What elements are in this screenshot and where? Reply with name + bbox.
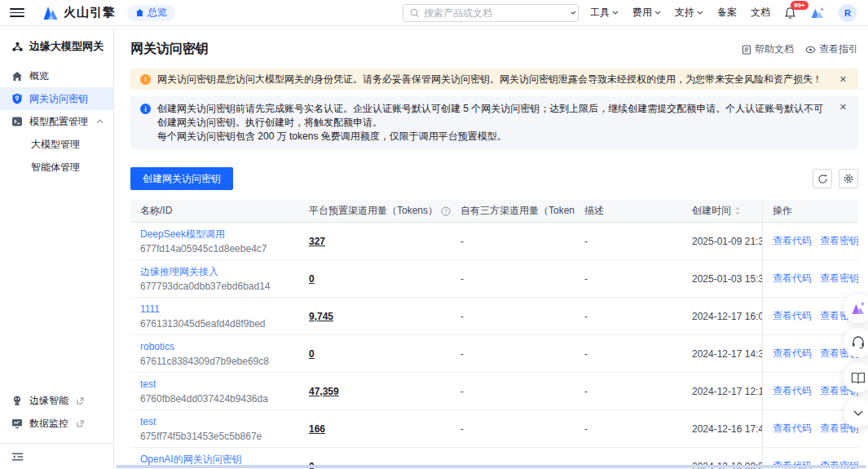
table-header-row: 名称/ID 平台预置渠道用量（Tokens） ? 自有三方渠道用量（Tokens…: [130, 200, 858, 223]
view-code-link[interactable]: 查看代码: [773, 384, 812, 398]
view-code-link[interactable]: 查看代码: [773, 234, 812, 248]
refresh-icon: [817, 174, 828, 184]
chevron-down-icon: [654, 11, 661, 15]
volcano-logo-icon: [42, 6, 59, 20]
sort-icon[interactable]: [734, 206, 741, 215]
column-header-created[interactable]: 创建时间: [682, 204, 762, 218]
topbar-menu-docs[interactable]: 文档: [751, 6, 770, 20]
key-id: 6761313045d5eafd4d8f9bed: [140, 317, 299, 330]
menu-label: 费用: [632, 6, 652, 20]
view-code-link[interactable]: 查看代码: [773, 272, 812, 285]
platform-tokens-value[interactable]: 0: [309, 348, 315, 360]
hamburger-menu-icon[interactable]: [10, 8, 24, 17]
topbar-menu-support[interactable]: 支持: [675, 6, 703, 20]
key-name-link[interactable]: DeepSeek模型调用: [140, 228, 299, 241]
platform-tokens-value[interactable]: 9,745: [309, 311, 333, 322]
view-code-link[interactable]: 查看代码: [773, 347, 812, 361]
key-name-link[interactable]: OpenAI的网关访问密钥: [140, 453, 299, 466]
notifications-button[interactable]: 99+: [784, 7, 796, 20]
platform-tokens-value[interactable]: 166: [309, 423, 325, 435]
overview-badge[interactable]: 总览: [127, 5, 175, 21]
brand-logo[interactable]: 火山引擎: [42, 5, 116, 20]
sidebar-item-access-keys[interactable]: 网关访问密钥: [0, 87, 113, 110]
platform-tokens-value[interactable]: 327: [309, 236, 325, 247]
platform-tokens-value[interactable]: 0: [309, 273, 315, 285]
topbar: 火山引擎 总览 企业 工具 费用 支持 备案: [0, 0, 868, 26]
third-party-tokens-cell: -: [451, 423, 575, 435]
sidebar-item-model-config[interactable]: 模型配置管理: [0, 110, 113, 133]
sidebar-item-label: 网关访问密钥: [29, 92, 88, 106]
info-banner: i 创建网关访问密钥前请先完成账号实名认证。企业认证账号默认可创建 5 个网关访…: [130, 96, 858, 149]
ai-assistant-button[interactable]: [844, 294, 868, 323]
view-guide-label: 查看指引: [819, 42, 858, 56]
sidebar-item-edge-intelligence[interactable]: 边缘智能: [0, 389, 113, 412]
warning-banner-text: 网关访问密钥是您访问大模型网关的身份凭证。请务必妥善保管网关访问密钥。网关访问密…: [157, 73, 831, 86]
key-name-link[interactable]: robotics: [140, 340, 299, 353]
key-id: 677793dca0dbb37ebd6bad14: [140, 280, 299, 293]
warning-icon: !: [140, 74, 151, 85]
sidebar-item-data-monitoring[interactable]: 数据监控: [0, 412, 113, 435]
user-avatar[interactable]: R: [839, 4, 857, 22]
horizontal-scrollbar[interactable]: [116, 465, 866, 468]
column-header-actions[interactable]: 操作: [762, 200, 858, 222]
page-header: 网关访问密钥 帮助文档 查看指引: [130, 41, 858, 58]
question-circle-icon[interactable]: ?: [441, 206, 451, 216]
sidebar-item-llm-management[interactable]: 大模型管理: [0, 133, 113, 156]
sidebar-item-agent-management[interactable]: 智能体管理: [0, 156, 113, 179]
column-header-label: 创建时间: [692, 204, 731, 218]
key-name-link[interactable]: 1111: [140, 303, 299, 316]
sidebar-item-label: 边缘智能: [29, 394, 68, 408]
column-settings-button[interactable]: [839, 169, 858, 188]
column-header-name[interactable]: 名称/ID: [130, 204, 299, 218]
third-party-tokens-cell: -: [451, 311, 575, 322]
sidebar-item-overview[interactable]: 概览: [0, 64, 113, 87]
column-header-platform-tokens[interactable]: 平台预置渠道用量（Tokens） ?: [299, 204, 451, 218]
create-access-key-button[interactable]: 创建网关访问密钥: [130, 167, 233, 190]
topbar-menu-tools[interactable]: 工具: [590, 6, 619, 20]
view-guide-link[interactable]: 查看指引: [805, 42, 858, 56]
topbar-menu-icp[interactable]: 备案: [717, 6, 737, 20]
close-icon[interactable]: ✕: [838, 102, 848, 113]
key-id: 67611c8384309d7b9ebe69c8: [140, 355, 299, 368]
platform-tokens-value[interactable]: 47,359: [309, 386, 339, 397]
view-code-link[interactable]: 查看代码: [773, 422, 812, 436]
customer-support-button[interactable]: [844, 328, 868, 357]
sidebar-collapse-button[interactable]: [0, 443, 113, 469]
collapse-widgets-button[interactable]: [844, 398, 868, 427]
sidebar-item-label: 智能体管理: [31, 161, 80, 175]
help-doc-link[interactable]: 帮助文档: [742, 42, 794, 56]
topbar-menu-billing[interactable]: 费用: [632, 6, 661, 20]
sidebar-product-title: 边缘大模型网关: [0, 27, 113, 64]
search-input[interactable]: [424, 7, 571, 19]
created-time-cell: 2024-12-17 12:1: [682, 386, 762, 397]
brand-name: 火山引擎: [64, 5, 116, 20]
external-link-icon: [77, 397, 84, 405]
search-box[interactable]: [403, 4, 579, 22]
table-row: test 675ff74f5b31453e5c5b867e 166 - - 20…: [130, 410, 858, 448]
table-row: test 6760fb8e4dd037424b9436da 47,359 - -…: [130, 373, 858, 410]
documentation-button[interactable]: [844, 363, 868, 392]
key-name-link[interactable]: test: [140, 378, 299, 391]
refresh-button[interactable]: [813, 169, 832, 188]
column-header-third-party-tokens[interactable]: 自有三方渠道用量（Tokens）: [451, 204, 575, 218]
name-id-cell: test 6760fb8e4dd037424b9436da: [130, 378, 299, 405]
column-header-description[interactable]: 描述: [575, 204, 682, 218]
key-name-link[interactable]: 边缘推理网关接入: [140, 265, 299, 278]
external-link-icon: [77, 420, 84, 427]
view-code-link[interactable]: 查看代码: [773, 309, 812, 323]
page-title: 网关访问密钥: [130, 41, 209, 58]
sidebar: 边缘大模型网关 概览 网关访问密钥 模型配置管理 大模型管理 智能体管理: [0, 27, 114, 469]
name-id-cell: 边缘推理网关接入 677793dca0dbb37ebd6bad14: [130, 265, 299, 293]
view-key-link[interactable]: 查看密钥: [820, 272, 858, 285]
key-name-link[interactable]: test: [140, 415, 299, 428]
chevron-up-icon: [96, 119, 104, 124]
console-logo-icon[interactable]: [810, 7, 825, 19]
view-key-link[interactable]: 查看密钥: [820, 234, 858, 248]
name-id-cell: robotics 67611c8384309d7b9ebe69c8: [130, 340, 299, 368]
access-keys-table: 名称/ID 平台预置渠道用量（Tokens） ? 自有三方渠道用量（Tokens…: [130, 200, 858, 469]
collapse-sidebar-icon: [11, 452, 24, 462]
third-party-tokens-cell: -: [451, 348, 575, 360]
menu-label: 工具: [590, 6, 610, 20]
close-icon[interactable]: ✕: [838, 74, 848, 85]
created-time-cell: 2024-12-17 16:0: [682, 311, 762, 322]
